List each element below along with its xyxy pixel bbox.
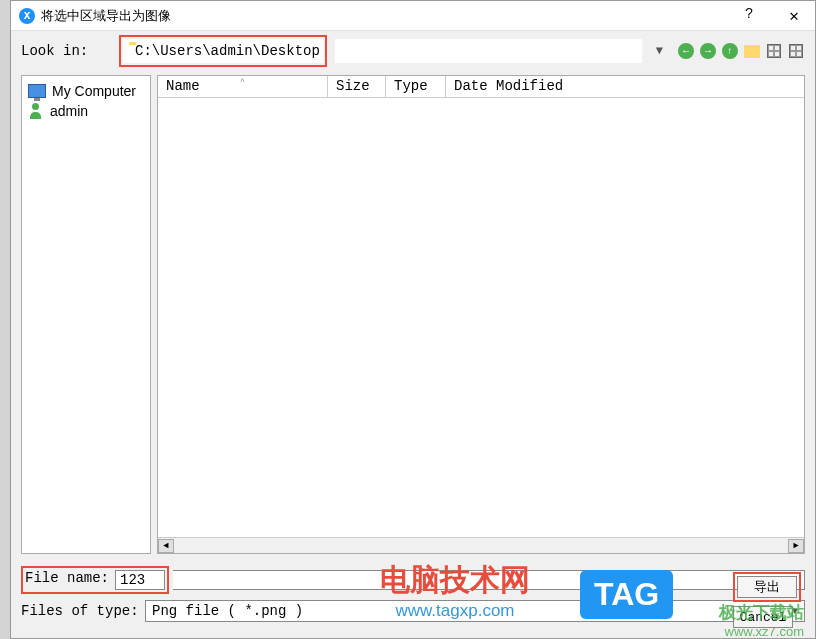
app-icon: X xyxy=(19,8,35,24)
places-sidebar: My Computer admin xyxy=(21,75,151,554)
up-button[interactable]: ↑ xyxy=(721,42,739,60)
path-combo[interactable]: C:\Users\admin\Desktop xyxy=(123,39,323,63)
export-button[interactable]: 导出 xyxy=(737,576,797,598)
filename-label: File name: xyxy=(25,570,115,590)
back-button[interactable]: ← xyxy=(677,42,695,60)
cancel-button[interactable]: Cancel xyxy=(733,606,793,628)
list-view-button[interactable] xyxy=(765,42,783,60)
close-button[interactable]: ✕ xyxy=(781,6,807,26)
window-title: 将选中区域导出为图像 xyxy=(41,7,737,25)
file-list: Name ^ Size Type Date Modified ◄ ► xyxy=(157,75,805,554)
new-folder-button[interactable] xyxy=(743,42,761,60)
body-area: My Computer admin Name ^ Size Type Date … xyxy=(11,71,815,562)
titlebar: X 将选中区域导出为图像 ? ✕ xyxy=(11,1,815,31)
monitor-icon xyxy=(28,84,46,98)
look-in-label: Look in: xyxy=(21,43,111,59)
path-dropdown-arrow[interactable]: ▼ xyxy=(650,44,669,58)
filename-input[interactable] xyxy=(115,570,165,590)
column-name[interactable]: Name ^ xyxy=(158,76,328,97)
horizontal-scrollbar[interactable]: ◄ ► xyxy=(158,537,804,553)
toolbar: Look in: C:\Users\admin\Desktop ▼ ← → ↑ xyxy=(11,31,815,71)
column-date-modified[interactable]: Date Modified xyxy=(446,76,804,97)
file-list-body[interactable] xyxy=(158,98,804,537)
highlight-path: C:\Users\admin\Desktop xyxy=(119,35,327,67)
list-header: Name ^ Size Type Date Modified xyxy=(158,76,804,98)
detail-view-button[interactable] xyxy=(787,42,805,60)
bottom-form: File name: Files of type: Png file ( *.p… xyxy=(11,562,815,638)
path-combo-extend[interactable] xyxy=(335,39,642,63)
filename-input-extend[interactable] xyxy=(173,570,805,590)
column-size[interactable]: Size xyxy=(328,76,386,97)
forward-button[interactable]: → xyxy=(699,42,717,60)
highlight-export: 导出 xyxy=(733,572,801,602)
sidebar-item-admin[interactable]: admin xyxy=(26,101,146,121)
file-save-dialog: X 将选中区域导出为图像 ? ✕ Look in: C:\Users\admin… xyxy=(10,0,816,639)
sidebar-item-label: admin xyxy=(50,103,88,119)
highlight-filename: File name: xyxy=(21,566,169,594)
help-button[interactable]: ? xyxy=(737,6,761,26)
filetype-value: Png file ( *.png ) xyxy=(152,603,303,619)
path-text: C:\Users\admin\Desktop xyxy=(135,43,320,59)
action-buttons: 导出 Cancel xyxy=(733,572,801,628)
filetype-combo[interactable]: Png file ( *.png ) ▼ xyxy=(145,600,805,622)
user-icon xyxy=(28,103,44,119)
sidebar-item-my-computer[interactable]: My Computer xyxy=(26,81,146,101)
scroll-left-arrow[interactable]: ◄ xyxy=(158,539,174,553)
scroll-right-arrow[interactable]: ► xyxy=(788,539,804,553)
column-type[interactable]: Type xyxy=(386,76,446,97)
sidebar-item-label: My Computer xyxy=(52,83,136,99)
filetype-label: Files of type: xyxy=(21,603,141,619)
sort-indicator-icon: ^ xyxy=(240,77,245,86)
